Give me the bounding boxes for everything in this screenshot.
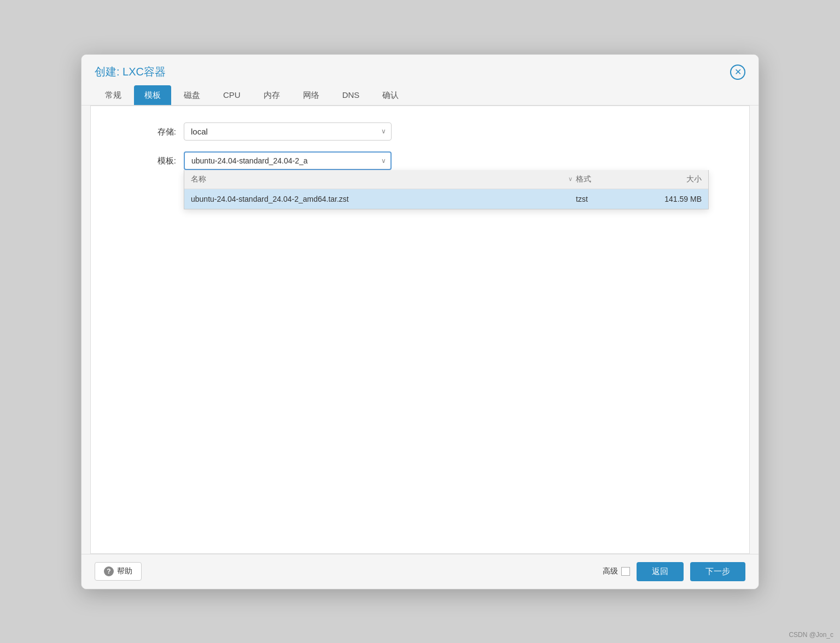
tab-confirm[interactable]: 确认	[372, 85, 409, 105]
back-button[interactable]: 返回	[637, 562, 684, 581]
dropdown-item-name: ubuntu-24.04-standard_24.04-2_amd64.tar.…	[191, 195, 576, 203]
dropdown-item-size: 141.59 MB	[631, 195, 702, 203]
dialog-title: 创建: LXC容器	[95, 65, 166, 79]
tab-disk[interactable]: 磁盘	[173, 85, 211, 105]
advanced-wrap: 高级	[603, 566, 630, 576]
dropdown-item-format: tzst	[576, 195, 631, 203]
template-dropdown: 名称 ∨ 格式 大小 ubuntu-24.04-standard_24.04-2…	[184, 170, 709, 209]
tab-bar: 常规 模板 磁盘 CPU 内存 网络 DNS 确认	[81, 80, 759, 106]
tab-dns[interactable]: DNS	[332, 85, 370, 105]
tab-memory[interactable]: 内存	[253, 85, 290, 105]
close-button[interactable]: ✕	[730, 65, 745, 80]
footer-right: 高级 返回 下一步	[603, 562, 745, 581]
storage-select-wrapper: local ∨	[184, 122, 392, 141]
template-selected-value: ubuntu-24.04-standard_24.04-2_a	[191, 156, 308, 165]
help-icon: ?	[104, 566, 114, 576]
help-label: 帮助	[117, 566, 132, 576]
dialog-footer: ? 帮助 高级 返回 下一步	[81, 554, 759, 589]
template-row: 模板: ubuntu-24.04-standard_24.04-2_a ∨ 名称…	[107, 151, 733, 170]
template-select-wrapper: ubuntu-24.04-standard_24.04-2_a ∨	[184, 151, 392, 170]
storage-row: 存储: local ∨	[107, 122, 733, 141]
dialog-header: 创建: LXC容器 ✕	[81, 55, 759, 80]
next-button[interactable]: 下一步	[690, 562, 745, 581]
advanced-label: 高级	[603, 566, 618, 576]
dropdown-col-name: 名称	[191, 174, 565, 184]
storage-label: 存储:	[107, 122, 184, 137]
storage-select[interactable]: local	[184, 122, 392, 141]
dialog-body: 存储: local ∨ 模板: ubuntu-24.04-standard_24…	[90, 106, 750, 554]
template-control: ubuntu-24.04-standard_24.04-2_a ∨ 名称 ∨ 格…	[184, 151, 392, 170]
storage-control: local ∨	[184, 122, 402, 141]
dropdown-col-format: 格式	[576, 174, 631, 184]
tab-general[interactable]: 常规	[95, 85, 132, 105]
close-icon: ✕	[734, 68, 742, 77]
watermark: CSDN @Jon_c	[789, 631, 833, 639]
help-button[interactable]: ? 帮助	[95, 562, 142, 581]
template-dropdown-arrow-icon: ∨	[381, 157, 386, 165]
tab-template[interactable]: 模板	[134, 85, 171, 105]
tab-network[interactable]: 网络	[293, 85, 330, 105]
dropdown-sort-icon[interactable]: ∨	[568, 176, 573, 183]
tab-cpu[interactable]: CPU	[213, 85, 251, 105]
dropdown-item[interactable]: ubuntu-24.04-standard_24.04-2_amd64.tar.…	[184, 189, 708, 209]
advanced-checkbox[interactable]	[621, 567, 630, 576]
dropdown-header: 名称 ∨ 格式 大小	[184, 170, 708, 189]
template-label: 模板:	[107, 151, 184, 166]
template-select-input[interactable]: ubuntu-24.04-standard_24.04-2_a ∨	[184, 151, 392, 170]
dropdown-col-size: 大小	[631, 174, 702, 184]
